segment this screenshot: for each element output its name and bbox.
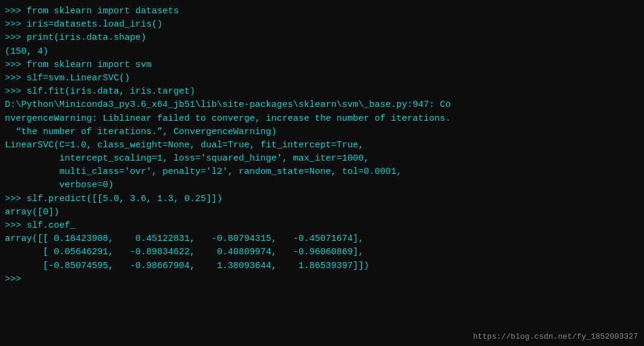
terminal-window: >>> from sklearn import datasets>>> iris… bbox=[0, 0, 644, 346]
terminal-line: >>> slf.predict([[5.0, 3.6, 1.3, 0.25]]) bbox=[0, 193, 644, 206]
code-text: from sklearn import datasets bbox=[27, 6, 179, 16]
prompt-symbol: >>> bbox=[5, 73, 27, 83]
prompt-symbol: >>> bbox=[5, 33, 27, 43]
terminal-line: >>> slf=svm.LinearSVC() bbox=[0, 72, 644, 85]
terminal-line: intercept_scaling=1, loss='squared_hinge… bbox=[0, 152, 644, 165]
prompt-symbol: >>> bbox=[5, 19, 27, 30]
terminal-line: “the number of iterations.”, Convergence… bbox=[0, 126, 644, 139]
code-text: slf.fit(iris.data, iris.target) bbox=[27, 86, 195, 97]
output-text: “the number of iterations.”, Convergence… bbox=[5, 127, 277, 137]
terminal-line: [-0.85074595, -0.98667904, 1.38093644, 1… bbox=[0, 260, 644, 273]
watermark: https://blog.csdn.net/fy_1852003327 bbox=[473, 332, 638, 341]
terminal-line: >>> bbox=[0, 273, 644, 286]
terminal-line: LinearSVC(C=1.0, class_weight=None, dual… bbox=[0, 139, 644, 152]
code-text: print(iris.data.shape) bbox=[27, 33, 146, 43]
terminal-line: array([[ 0.18423908, 0.45122831, -0.8079… bbox=[0, 232, 644, 246]
prompt-symbol: >>> bbox=[5, 86, 27, 97]
output-text: array([[ 0.18423908, 0.45122831, -0.8079… bbox=[5, 234, 364, 244]
terminal-line: (150, 4) bbox=[0, 45, 644, 59]
output-text: [ 0.05646291, -0.89834622, 0.40809974, -… bbox=[5, 247, 364, 257]
output-text: intercept_scaling=1, loss='squared_hinge… bbox=[5, 153, 369, 164]
prompt-symbol: >>> bbox=[5, 194, 27, 204]
warning-text: nvergenceWarning: Liblinear failed to co… bbox=[5, 114, 451, 124]
output-text: (150, 4) bbox=[5, 46, 48, 57]
output-text: multi_class='ovr', penalty='l2', random_… bbox=[5, 167, 402, 177]
terminal-line: >>> print(iris.data.shape) bbox=[0, 31, 644, 45]
prompt-symbol: >>> bbox=[5, 6, 27, 16]
code-text: iris=datasets.load_iris() bbox=[27, 19, 163, 30]
prompt-symbol: >>> bbox=[5, 60, 27, 70]
output-text: array([0]) bbox=[5, 207, 59, 217]
terminal-line: multi_class='ovr', penalty='l2', random_… bbox=[0, 165, 644, 179]
terminal-line: >>> slf.fit(iris.data, iris.target) bbox=[0, 85, 644, 98]
code-text: slf=svm.LinearSVC() bbox=[27, 73, 130, 83]
prompt-symbol: >>> bbox=[5, 220, 27, 231]
output-text: LinearSVC(C=1.0, class_weight=None, dual… bbox=[5, 140, 364, 150]
warning-text: D:\Python\Miniconda3_py3.6_x64_jb51\lib\… bbox=[5, 100, 451, 110]
prompt-symbol: >>> bbox=[5, 274, 27, 284]
terminal-line: >>> slf.coef_ bbox=[0, 219, 644, 232]
output-text: [-0.85074595, -0.98667904, 1.38093644, 1… bbox=[5, 261, 369, 271]
terminal-line: >>> from sklearn import datasets bbox=[0, 5, 644, 18]
code-text: slf.predict([[5.0, 3.6, 1.3, 0.25]]) bbox=[27, 194, 222, 204]
terminal-line: nvergenceWarning: Liblinear failed to co… bbox=[0, 112, 644, 126]
output-text: verbose=0) bbox=[5, 180, 114, 190]
terminal-line: array([0]) bbox=[0, 206, 644, 219]
terminal-line: >>> from sklearn import svm bbox=[0, 59, 644, 72]
terminal-line: >>> iris=datasets.load_iris() bbox=[0, 18, 644, 31]
terminal-line: verbose=0) bbox=[0, 179, 644, 192]
code-text: from sklearn import svm bbox=[27, 60, 152, 70]
code-text: slf.coef_ bbox=[27, 220, 76, 231]
terminal-line: [ 0.05646291, -0.89834622, 0.40809974, -… bbox=[0, 246, 644, 259]
terminal-line: D:\Python\Miniconda3_py3.6_x64_jb51\lib\… bbox=[0, 98, 644, 112]
